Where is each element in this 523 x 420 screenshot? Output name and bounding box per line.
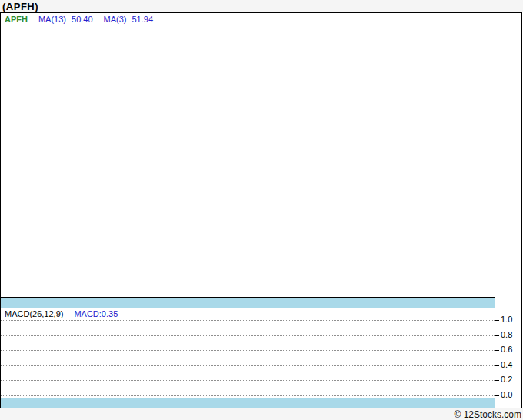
price-plot-area (1, 13, 495, 297)
separator-band-bottom (1, 398, 495, 408)
footer-copyright: © 12Stocks.com (454, 409, 521, 420)
footer-bar: © 12Stocks.com (0, 408, 523, 420)
price-axis-column (495, 13, 521, 297)
dotted-gridline (1, 395, 495, 396)
macd-tick-label: 0.4 (501, 360, 512, 369)
chart-frame: APFHMA(13)50.40MA(3)51.94 MACD(26,12,9)M… (0, 12, 522, 408)
macd-legend-label: MACD(26,12,9) (5, 309, 63, 318)
dotted-gridline (1, 380, 495, 381)
title-bar: (APFH) (0, 0, 523, 12)
dotted-gridline (1, 320, 495, 321)
macd-legend-value: MACD:0.35 (74, 309, 118, 318)
dotted-gridline (1, 365, 495, 366)
macd-tick-label: 0.8 (501, 330, 512, 339)
macd-tick-label: 1.0 (501, 315, 512, 324)
stock-chart-page: (APFH) APFHMA(13)50.40MA(3)51.94 MACD(26… (0, 0, 523, 420)
macd-tick-label: 0.2 (501, 375, 512, 384)
dotted-gridline (1, 335, 495, 336)
page-title: (APFH) (2, 1, 38, 12)
separator-band-top (1, 297, 495, 308)
macd-tick-label: 0.0 (501, 390, 512, 399)
dotted-gridline (1, 350, 495, 351)
macd-legend: MACD(26,12,9)MACD:0.35 (5, 309, 118, 318)
axis-divider-line (495, 13, 495, 408)
macd-tick-label: 0.6 (501, 345, 512, 354)
